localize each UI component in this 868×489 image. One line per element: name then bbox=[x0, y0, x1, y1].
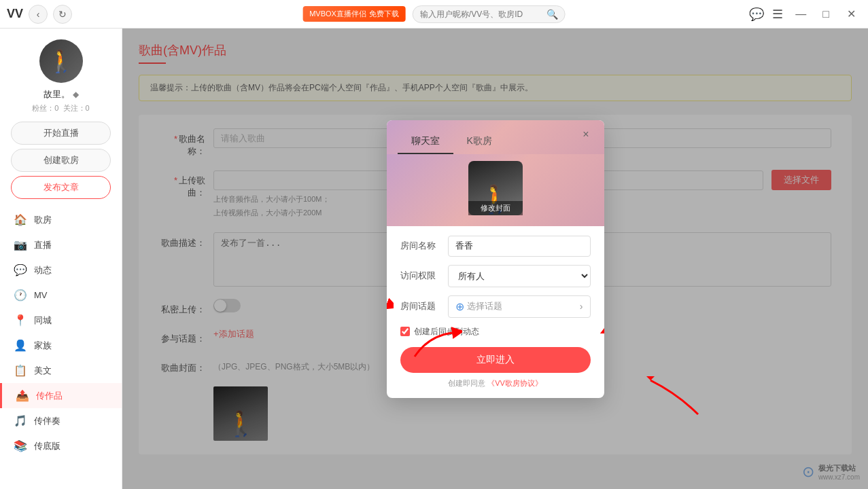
close-button[interactable]: ✕ bbox=[841, 6, 861, 22]
modal-overlay[interactable]: 聊天室 K歌房 × 🚶 修改封面 bbox=[122, 29, 868, 489]
modal-avatar-section: 🚶 修改封面 bbox=[387, 154, 604, 226]
back-button[interactable]: ‹ bbox=[29, 5, 48, 24]
modal-avatar-label: 修改封面 bbox=[468, 201, 523, 215]
arrow-right-bottom bbox=[597, 287, 604, 344]
menu-icon[interactable]: ☰ bbox=[772, 7, 783, 22]
diamond-icon: ◆ bbox=[73, 90, 79, 99]
access-select[interactable]: 所有人 好友 仅自己 bbox=[448, 265, 591, 287]
location-icon: 📍 bbox=[14, 314, 27, 327]
prose-icon: 📋 bbox=[14, 364, 27, 377]
sidebar-item-upload-accompaniment[interactable]: 🎵 传伴奏 bbox=[0, 408, 122, 433]
user-stats: 粉丝：0 关注：0 bbox=[32, 103, 89, 113]
title-bar-right: 💬 ☰ — □ ✕ bbox=[749, 6, 861, 22]
app-logo: VV bbox=[7, 7, 23, 21]
modal-body: 房间名称 访问权限 所有人 好友 仅自己 房间话题 bbox=[387, 226, 604, 398]
agreement-link[interactable]: 《VV歌房协议》 bbox=[487, 379, 542, 387]
sidebar-buttons: 开始直播 创建歌房 发布文章 bbox=[0, 122, 122, 199]
sidebar-item-upload-album[interactable]: 📚 传底版 bbox=[0, 433, 122, 458]
start-live-button[interactable]: 开始直播 bbox=[11, 122, 111, 145]
title-bar-left: VV ‹ ↻ bbox=[7, 5, 72, 24]
moments-icon: 💬 bbox=[14, 264, 27, 276]
sidebar-item-moments[interactable]: 💬 动态 bbox=[0, 257, 122, 283]
create-room-button[interactable]: 创建歌房 bbox=[11, 149, 111, 172]
sidebar-nav: 🏠 歌房 📷 直播 💬 动态 🕐 MV 📍 同城 👤 家族 bbox=[0, 207, 122, 458]
username: 故里。 ◆ bbox=[44, 88, 79, 101]
modal-close-button[interactable]: × bbox=[578, 127, 593, 142]
access-label: 访问权限 bbox=[400, 270, 448, 282]
content-area: 歌曲(含MV)作品 温馨提示：上传的歌曲（含MV）作品将会在PC端个人空间『作品… bbox=[122, 29, 868, 489]
search-icon[interactable]: 🔍 bbox=[546, 9, 558, 20]
topic-row-modal: 房间话题 ⊕ 选择话题 › bbox=[400, 295, 591, 318]
refresh-button[interactable]: ↻ bbox=[53, 5, 72, 24]
modal-topic-label: 房间话题 bbox=[400, 300, 448, 312]
publish-article-button[interactable]: 发布文章 bbox=[11, 176, 111, 199]
mvbox-banner[interactable]: MVBOX直播伴侣 免费下载 bbox=[302, 6, 406, 22]
arrow-left bbox=[387, 290, 394, 319]
sidebar-item-location[interactable]: 📍 同城 bbox=[0, 308, 122, 333]
modal-tabs: 聊天室 K歌房 bbox=[398, 130, 506, 154]
album-icon: 📚 bbox=[14, 439, 27, 452]
topic-plus-icon: ⊕ bbox=[455, 300, 464, 313]
title-bar-center: MVBOX直播伴侣 免费下载 🔍 bbox=[302, 5, 566, 23]
tab-karaoke-room[interactable]: K歌房 bbox=[453, 130, 506, 154]
sidebar-item-live[interactable]: 📷 直播 bbox=[0, 232, 122, 257]
room-name-input[interactable] bbox=[448, 236, 591, 257]
family-icon: 👤 bbox=[14, 339, 27, 352]
arrow-checkbox bbox=[408, 323, 462, 363]
room-name-row: 房间名称 bbox=[400, 236, 591, 257]
modal-header: 聊天室 K歌房 × bbox=[387, 120, 604, 154]
modal-agreement: 创建即同意 《VV歌房协议》 bbox=[400, 378, 591, 388]
sidebar: 🚶 故里。 ◆ 粉丝：0 关注：0 开始直播 创建歌房 发布文章 🏠 歌房 bbox=[0, 29, 122, 489]
title-bar: VV ‹ ↻ MVBOX直播伴侣 免费下载 🔍 💬 ☰ — □ ✕ bbox=[0, 0, 868, 29]
topic-arrow-icon: › bbox=[580, 301, 583, 312]
mvbox-label: MVBOX直播伴侣 bbox=[309, 9, 366, 19]
arrow-agreement bbox=[637, 367, 705, 421]
sidebar-item-mv[interactable]: 🕐 MV bbox=[0, 283, 122, 308]
search-input[interactable] bbox=[420, 10, 542, 19]
maximize-button[interactable]: □ bbox=[818, 7, 833, 22]
room-name-label: 房间名称 bbox=[400, 240, 448, 252]
chat-icon[interactable]: 💬 bbox=[749, 7, 764, 22]
modal-avatar-wrapper[interactable]: 🚶 修改封面 bbox=[468, 161, 523, 215]
topic-input-wrapper[interactable]: ⊕ 选择话题 › bbox=[448, 295, 591, 318]
access-row: 访问权限 所有人 好友 仅自己 bbox=[400, 265, 591, 287]
tab-chat-room[interactable]: 聊天室 bbox=[398, 130, 453, 154]
mv-icon: 🕐 bbox=[14, 289, 27, 302]
upload-works-icon: 📤 bbox=[16, 389, 29, 402]
minimize-button[interactable]: — bbox=[791, 7, 810, 22]
mvbox-sublabel: 免费下载 bbox=[369, 9, 399, 19]
main-layout: 🚶 故里。 ◆ 粉丝：0 关注：0 开始直播 创建歌房 发布文章 🏠 歌房 bbox=[0, 29, 868, 489]
avatar-image: 🚶 bbox=[39, 39, 83, 83]
music-icon: 🎵 bbox=[14, 414, 27, 427]
sidebar-item-upload-works[interactable]: 📤 传作品 bbox=[0, 383, 122, 408]
svg-marker-0 bbox=[646, 376, 655, 380]
sidebar-item-prose[interactable]: 📋 美文 bbox=[0, 358, 122, 383]
live-icon: 📷 bbox=[14, 238, 27, 251]
sidebar-item-family[interactable]: 👤 家族 bbox=[0, 333, 122, 358]
home-icon: 🏠 bbox=[14, 213, 27, 226]
sidebar-item-song-room[interactable]: 🏠 歌房 bbox=[0, 207, 122, 232]
avatar: 🚶 bbox=[39, 39, 83, 83]
search-bar: 🔍 bbox=[413, 5, 566, 23]
topic-placeholder: 选择话题 bbox=[467, 300, 580, 312]
